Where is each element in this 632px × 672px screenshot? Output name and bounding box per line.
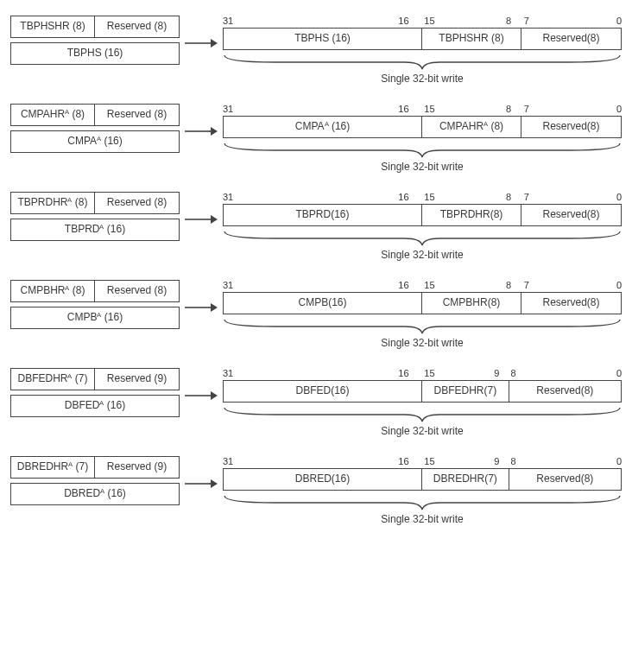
bit-label: 8	[506, 192, 511, 202]
src-bottom: DBREDᴬ (16)	[10, 483, 180, 505]
bit-label: 8	[511, 368, 516, 378]
bit-label: 0	[616, 192, 622, 202]
field-hr: CMPAHRᴬ (8)	[422, 117, 521, 137]
svg-marker-1	[211, 39, 218, 48]
register-32-fields: TBPHS (16) TBPHSHR (8) Reserved(8)	[223, 28, 622, 50]
field-reserved: Reserved(8)	[509, 469, 621, 490]
brace-icon	[223, 142, 622, 159]
bit-label: 31	[223, 192, 233, 202]
field-high-16: TBPRD(16)	[224, 205, 422, 225]
src-top-left: CMPBHRᴬ (8)	[11, 281, 95, 301]
bit-label: 16	[398, 280, 408, 290]
src-bottom: CMPAᴬ (16)	[10, 130, 180, 153]
caption: Single 32-bit write	[223, 337, 622, 349]
bit-label: 9	[494, 456, 499, 466]
src-top-right: Reserved (8)	[95, 193, 179, 213]
field-hr: TBPRDHR(8)	[422, 205, 521, 225]
target-register-32: 31 16 15 8 7 0 CMPB(16) CMPBHR(8) Reserv…	[223, 280, 622, 349]
bit-label: 0	[616, 104, 622, 114]
src-top-right: Reserved (8)	[95, 105, 179, 125]
source-registers: TBPRDHRᴬ (8) Reserved (8) TBPRDᴬ (16)	[10, 192, 180, 245]
bit-label: 16	[398, 368, 408, 378]
src-bottom: TBPRDᴬ (16)	[10, 219, 180, 241]
bit-label: 15	[424, 104, 434, 114]
brace-icon	[223, 406, 622, 423]
bit-labels: 31 16 15 8 7 0	[223, 104, 622, 116]
field-hr: CMPBHR(8)	[422, 293, 521, 314]
arrow-icon	[180, 280, 223, 330]
bit-label: 7	[524, 280, 529, 290]
field-hr: TBPHSHR (8)	[422, 29, 521, 49]
bit-label: 16	[398, 104, 408, 114]
bit-label: 0	[616, 280, 622, 290]
src-bottom: DBFEDᴬ (16)	[10, 395, 180, 417]
source-registers: TBPHSHR (8) Reserved (8) TBPHS (16)	[10, 16, 180, 69]
bit-label: 0	[616, 16, 622, 26]
bit-label: 31	[223, 280, 233, 290]
field-reserved: Reserved(8)	[521, 117, 621, 137]
register-32-fields: DBRED(16) DBREDHR(7) Reserved(8)	[223, 468, 622, 491]
brace-icon	[223, 54, 622, 71]
caption: Single 32-bit write	[223, 73, 622, 85]
svg-marker-7	[211, 303, 218, 312]
src-top: DBFEDHRᴬ (7) Reserved (9)	[10, 368, 180, 390]
bit-label: 0	[616, 368, 622, 378]
src-top-right: Reserved (8)	[95, 281, 179, 301]
field-reserved: Reserved(8)	[521, 293, 621, 314]
caption: Single 32-bit write	[223, 249, 622, 261]
bit-label: 16	[398, 16, 408, 26]
bit-label: 0	[616, 456, 622, 466]
source-registers: CMPBHRᴬ (8) Reserved (8) CMPBᴬ (16)	[10, 280, 180, 333]
src-top-left: TBPHSHR (8)	[11, 16, 95, 37]
arrow-icon	[180, 192, 223, 242]
svg-marker-11	[211, 479, 218, 488]
field-hr: DBFEDHR(7)	[422, 381, 509, 402]
bit-label: 9	[494, 368, 499, 378]
target-register-32: 31 16 15 8 7 0 TBPHS (16) TBPHSHR (8) Re…	[223, 16, 622, 85]
arrow-icon	[180, 104, 223, 154]
bit-label: 31	[223, 456, 233, 466]
src-top-right: Reserved (9)	[95, 457, 179, 478]
register-32-fields: DBFED(16) DBFEDHR(7) Reserved(8)	[223, 380, 622, 403]
bit-label: 8	[506, 104, 511, 114]
register-row: TBPHSHR (8) Reserved (8) TBPHS (16) 31 1…	[10, 16, 622, 85]
bit-label: 16	[398, 192, 408, 202]
register-32-fields: TBPRD(16) TBPRDHR(8) Reserved(8)	[223, 204, 622, 226]
brace-icon	[223, 318, 622, 335]
register-row: DBREDHRᴬ (7) Reserved (9) DBREDᴬ (16) 31…	[10, 456, 622, 525]
svg-marker-9	[211, 391, 218, 400]
src-top-right: Reserved (9)	[95, 369, 179, 390]
src-top: TBPRDHRᴬ (8) Reserved (8)	[10, 192, 180, 214]
register-row: CMPBHRᴬ (8) Reserved (8) CMPBᴬ (16) 31 1…	[10, 280, 622, 349]
source-registers: DBFEDHRᴬ (7) Reserved (9) DBFEDᴬ (16)	[10, 368, 180, 422]
brace-icon	[223, 494, 622, 511]
src-top-left: TBPRDHRᴬ (8)	[11, 193, 95, 213]
field-high-16: DBFED(16)	[224, 381, 422, 402]
caption: Single 32-bit write	[223, 513, 622, 525]
bit-label: 8	[506, 16, 511, 26]
bit-label: 16	[398, 456, 408, 466]
src-top-left: DBREDHRᴬ (7)	[11, 457, 95, 478]
field-high-16: TBPHS (16)	[224, 29, 422, 49]
target-register-32: 31 16 15 8 7 0 TBPRD(16) TBPRDHR(8) Rese…	[223, 192, 622, 261]
src-bottom: TBPHS (16)	[10, 42, 180, 65]
brace-icon	[223, 230, 622, 247]
bit-label: 31	[223, 368, 233, 378]
bit-label: 31	[223, 104, 233, 114]
bit-label: 7	[524, 16, 529, 26]
bit-labels: 31 16 15 8 7 0	[223, 192, 622, 204]
field-reserved: Reserved(8)	[521, 205, 621, 225]
bit-label: 15	[424, 192, 434, 202]
source-registers: DBREDHRᴬ (7) Reserved (9) DBREDᴬ (16)	[10, 456, 180, 510]
src-top-right: Reserved (8)	[95, 16, 179, 37]
bit-label: 8	[511, 456, 516, 466]
target-register-32: 31 16 15 8 7 0 CMPAᴬ (16) CMPAHRᴬ (8) Re…	[223, 104, 622, 173]
bit-label: 31	[223, 16, 233, 26]
field-reserved: Reserved(8)	[521, 29, 621, 49]
register-row: DBFEDHRᴬ (7) Reserved (9) DBFEDᴬ (16) 31…	[10, 368, 622, 437]
field-hr: DBREDHR(7)	[422, 469, 509, 490]
bit-label: 15	[424, 456, 434, 466]
field-reserved: Reserved(8)	[509, 381, 621, 402]
caption: Single 32-bit write	[223, 425, 622, 437]
target-register-32: 31 16 15 9 8 0 DBFED(16) DBFEDHR(7) Rese…	[223, 368, 622, 437]
